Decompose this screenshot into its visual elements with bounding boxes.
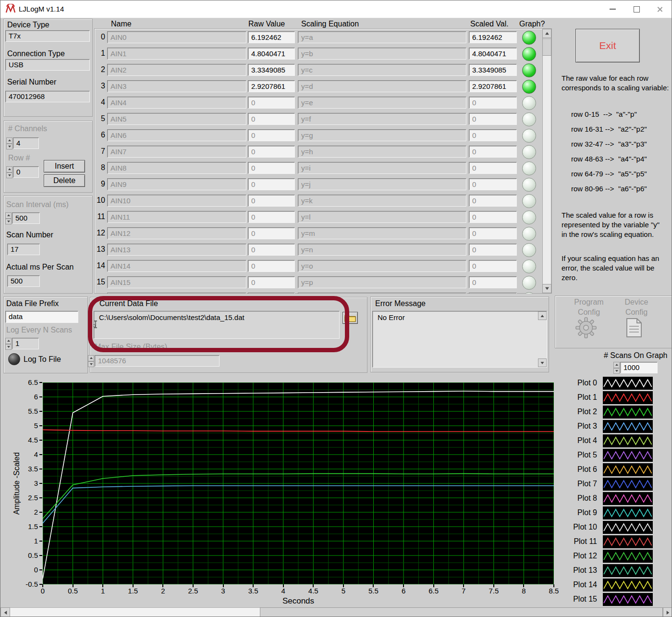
hscroll-right-icon[interactable] (663, 607, 672, 617)
scaling-equation-input[interactable]: y=c (298, 64, 466, 76)
hscroll-thumb[interactable] (260, 607, 663, 617)
row-number-spinner[interactable] (6, 166, 12, 178)
channel-name-input[interactable]: AIN10 (107, 195, 246, 207)
delete-button[interactable]: Delete (44, 174, 85, 187)
scaling-equation-input[interactable]: y=d (298, 80, 466, 92)
channel-name-input[interactable]: AIN8 (107, 162, 246, 174)
scaling-equation-input[interactable]: y=h (298, 146, 466, 158)
graph-enable-led[interactable] (522, 145, 536, 159)
error-scroll-up-icon[interactable] (538, 311, 547, 320)
scaling-equation-input[interactable]: y=p (298, 276, 466, 288)
num-channels-spinner[interactable] (6, 137, 12, 149)
scaling-equation-input[interactable]: y=l (298, 211, 466, 223)
legend-plot-sample[interactable] (603, 579, 653, 592)
legend-plot-sample[interactable] (603, 593, 653, 606)
data-file-prefix-input[interactable]: data (5, 311, 78, 323)
graph-enable-led[interactable] (522, 80, 536, 94)
channel-name-input[interactable]: AIN11 (107, 211, 246, 223)
scaling-equation-input[interactable]: y=e (298, 97, 466, 109)
max-file-size-spinner[interactable] (88, 355, 94, 367)
legend-plot-sample[interactable] (603, 463, 653, 476)
legend-plot-sample[interactable] (603, 521, 653, 534)
table-scroll-up-icon[interactable] (542, 29, 551, 38)
scaling-equation-input[interactable]: y=i (298, 162, 466, 174)
graph-enable-led[interactable] (522, 129, 536, 143)
legend-plot-sample[interactable] (603, 550, 653, 563)
channel-name-input[interactable]: AIN3 (107, 80, 246, 92)
scans-on-graph-input[interactable]: 1000 (620, 362, 658, 373)
legend-plot-sample[interactable] (603, 506, 653, 519)
graph-enable-led[interactable] (522, 112, 536, 126)
graph-enable-led[interactable] (522, 292, 536, 294)
exit-button[interactable]: Exit (575, 29, 640, 62)
scaling-equation-input[interactable]: y=o (298, 260, 466, 272)
scaling-equation-input[interactable]: y=a (298, 31, 466, 43)
graph-enable-led[interactable] (522, 210, 536, 224)
graph-enable-led[interactable] (522, 161, 536, 175)
table-scrollbar[interactable] (542, 29, 551, 293)
graph-enable-led[interactable] (522, 96, 536, 110)
device-config-button[interactable] (626, 318, 642, 340)
legend-plot-sample[interactable] (603, 434, 653, 447)
graph-enable-led[interactable] (522, 47, 536, 61)
legend-plot-sample[interactable] (603, 420, 653, 433)
graph-enable-led[interactable] (522, 31, 536, 45)
graph-enable-led[interactable] (522, 227, 536, 241)
scaling-equation-input[interactable]: y=m (298, 227, 466, 239)
channel-name-input[interactable]: AIN7 (107, 146, 246, 158)
legend-plot-sample[interactable] (603, 564, 653, 577)
channel-name-input[interactable]: AIN2 (107, 64, 246, 76)
legend-plot-sample[interactable] (603, 391, 653, 404)
error-scroll-down-icon[interactable] (538, 358, 547, 367)
legend-plot-sample[interactable] (603, 377, 653, 390)
scaling-equation-input[interactable] (298, 293, 466, 294)
channel-name-input[interactable]: AIN12 (107, 227, 246, 239)
scans-on-graph-spinner[interactable] (613, 362, 620, 374)
log-to-file-radio[interactable] (8, 353, 20, 365)
table-scroll-thumb[interactable] (542, 38, 551, 56)
legend-plot-sample[interactable] (603, 492, 653, 505)
scaling-equation-input[interactable]: y=n (298, 244, 466, 256)
channel-name-input[interactable]: AIN0 (107, 31, 246, 43)
legend-plot-sample[interactable] (603, 406, 653, 419)
num-channels-input[interactable]: 4 (13, 137, 39, 149)
scaling-equation-input[interactable]: y=j (298, 178, 466, 190)
channel-name-input[interactable]: AIN4 (107, 97, 246, 109)
graph-enable-led[interactable] (522, 178, 536, 192)
insert-button[interactable]: Insert (44, 160, 85, 173)
row-number-input[interactable]: 0 (13, 166, 39, 178)
browse-folder-button[interactable] (342, 312, 358, 324)
channel-name-input[interactable]: AIN9 (107, 178, 246, 190)
channel-name-input[interactable]: AIN15 (107, 276, 246, 288)
channel-name-input[interactable]: AIN6 (107, 129, 246, 141)
graph-enable-led[interactable] (522, 276, 536, 290)
scaling-equation-input[interactable]: y=g (298, 129, 466, 141)
scaling-equation-input[interactable]: y=f (298, 113, 466, 125)
log-every-n-input[interactable]: 1 (12, 338, 39, 349)
channel-name-input[interactable]: AIN1 (107, 48, 246, 60)
scaling-equation-input[interactable]: y=k (298, 195, 466, 207)
graph-enable-led[interactable] (522, 259, 536, 273)
hscroll-left-icon[interactable] (0, 607, 10, 617)
scaling-equation-input[interactable]: y=b (298, 48, 466, 60)
close-button[interactable] (648, 0, 671, 18)
channel-name-input[interactable]: AIN13 (107, 244, 246, 256)
channel-name-input[interactable]: AIN5 (107, 113, 246, 125)
graph-enable-led[interactable] (522, 63, 536, 77)
maximize-button[interactable] (625, 0, 648, 18)
scan-interval-spinner[interactable] (5, 212, 12, 224)
log-every-n-spinner[interactable] (5, 338, 12, 350)
device-type-value: T7x (5, 30, 90, 42)
minimize-button[interactable] (601, 0, 623, 18)
graph-enable-led[interactable] (522, 243, 536, 257)
channel-name-input[interactable]: AIN14 (107, 260, 246, 272)
channel-name-input[interactable] (107, 293, 246, 294)
graph-enable-led[interactable] (522, 194, 536, 208)
legend-plot-sample[interactable] (603, 478, 653, 491)
legend-plot-sample[interactable] (603, 449, 653, 462)
legend-plot-sample[interactable] (603, 535, 653, 548)
scan-interval-input[interactable]: 500 (12, 212, 40, 224)
program-config-button[interactable] (575, 317, 597, 341)
max-file-size-input[interactable]: 1048576 (95, 355, 220, 367)
table-scroll-down-icon[interactable] (542, 284, 551, 293)
